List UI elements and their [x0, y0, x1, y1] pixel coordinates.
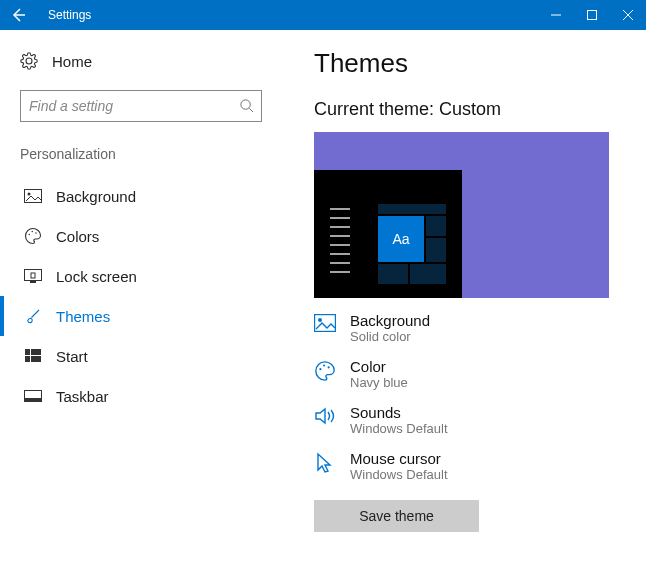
sidebar-item-label: Themes	[56, 308, 110, 325]
save-theme-button[interactable]: Save theme	[314, 500, 479, 532]
close-button[interactable]	[610, 0, 646, 30]
setting-background[interactable]: Background Solid color	[314, 312, 626, 344]
search-input[interactable]	[20, 90, 262, 122]
start-icon	[24, 349, 42, 363]
palette-icon	[24, 227, 42, 245]
window-title: Settings	[36, 8, 91, 22]
svg-rect-16	[315, 315, 336, 332]
minimize-button[interactable]	[538, 0, 574, 30]
setting-cursor[interactable]: Mouse cursor Windows Default	[314, 450, 626, 482]
setting-value: Windows Default	[350, 467, 448, 482]
svg-rect-13	[31, 356, 41, 362]
svg-rect-12	[25, 356, 30, 362]
sidebar: Home Personalization Background Colors	[0, 30, 278, 569]
brush-icon	[24, 307, 42, 325]
setting-label: Background	[350, 312, 430, 329]
gear-icon	[20, 52, 38, 70]
back-button[interactable]	[0, 0, 36, 30]
sidebar-item-themes[interactable]: Themes	[0, 296, 262, 336]
picture-icon	[24, 189, 42, 203]
svg-rect-0	[588, 11, 597, 20]
lockscreen-icon	[24, 269, 42, 283]
sidebar-item-background[interactable]: Background	[0, 176, 262, 216]
svg-point-17	[318, 318, 322, 322]
setting-value: Windows Default	[350, 421, 448, 436]
svg-point-6	[35, 232, 37, 234]
sidebar-item-label: Taskbar	[56, 388, 109, 405]
page-title: Themes	[314, 48, 626, 79]
palette-icon	[314, 358, 336, 386]
search-icon	[239, 98, 254, 117]
sidebar-item-taskbar[interactable]: Taskbar	[0, 376, 262, 416]
svg-point-4	[29, 234, 31, 236]
maximize-button[interactable]	[574, 0, 610, 30]
picture-icon	[314, 312, 336, 336]
setting-label: Color	[350, 358, 408, 375]
taskbar-icon	[24, 390, 42, 402]
setting-label: Sounds	[350, 404, 448, 421]
svg-rect-15	[24, 398, 42, 402]
sidebar-item-label: Background	[56, 188, 136, 205]
sidebar-item-label: Start	[56, 348, 88, 365]
home-button[interactable]: Home	[20, 52, 262, 70]
svg-point-1	[241, 100, 250, 109]
setting-value: Solid color	[350, 329, 430, 344]
setting-color[interactable]: Color Navy blue	[314, 358, 626, 390]
setting-value: Navy blue	[350, 375, 408, 390]
current-theme-label: Current theme: Custom	[314, 99, 626, 120]
svg-point-19	[323, 364, 325, 366]
sidebar-item-label: Lock screen	[56, 268, 137, 285]
sidebar-item-lockscreen[interactable]: Lock screen	[0, 256, 262, 296]
sidebar-item-start[interactable]: Start	[0, 336, 262, 376]
preview-tile: Aa	[378, 216, 424, 262]
svg-point-20	[328, 366, 330, 368]
svg-rect-9	[31, 273, 35, 278]
svg-rect-11	[31, 349, 41, 355]
section-header: Personalization	[20, 146, 262, 162]
main-panel: Themes Current theme: Custom Aa Backgrou…	[278, 30, 646, 569]
sidebar-item-label: Colors	[56, 228, 99, 245]
svg-point-18	[319, 368, 321, 370]
svg-point-5	[32, 231, 34, 233]
svg-rect-10	[25, 349, 30, 355]
theme-preview: Aa	[314, 132, 609, 298]
sound-icon	[314, 404, 336, 430]
sidebar-item-colors[interactable]: Colors	[0, 216, 262, 256]
home-label: Home	[52, 53, 92, 70]
svg-rect-8	[30, 281, 36, 283]
titlebar: Settings	[0, 0, 646, 30]
svg-point-3	[28, 193, 31, 196]
setting-label: Mouse cursor	[350, 450, 448, 467]
cursor-icon	[314, 450, 336, 478]
svg-rect-7	[25, 270, 42, 281]
setting-sounds[interactable]: Sounds Windows Default	[314, 404, 626, 436]
